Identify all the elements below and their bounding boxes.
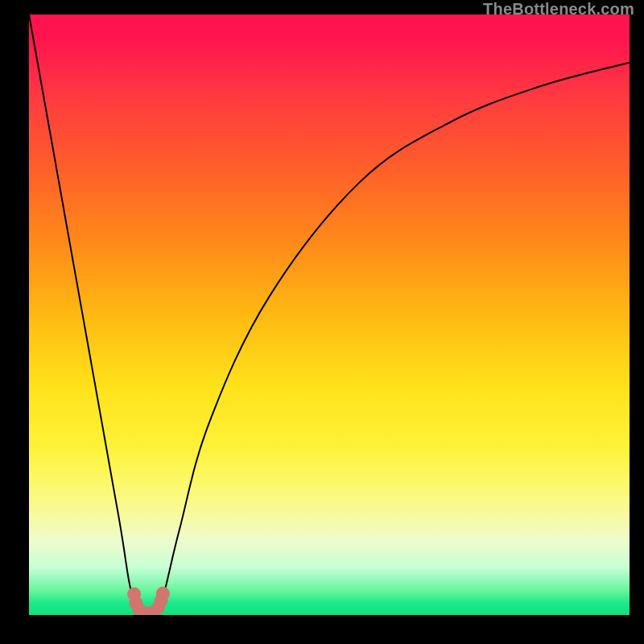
near-optimal-markers <box>127 587 170 615</box>
curve-layer <box>29 14 630 615</box>
chart-frame: TheBottleneck.com <box>0 0 644 644</box>
marker-dot <box>156 587 170 601</box>
bottleneck-curve <box>29 14 630 615</box>
plot-area <box>29 14 630 615</box>
watermark-text: TheBottleneck.com <box>483 0 634 19</box>
